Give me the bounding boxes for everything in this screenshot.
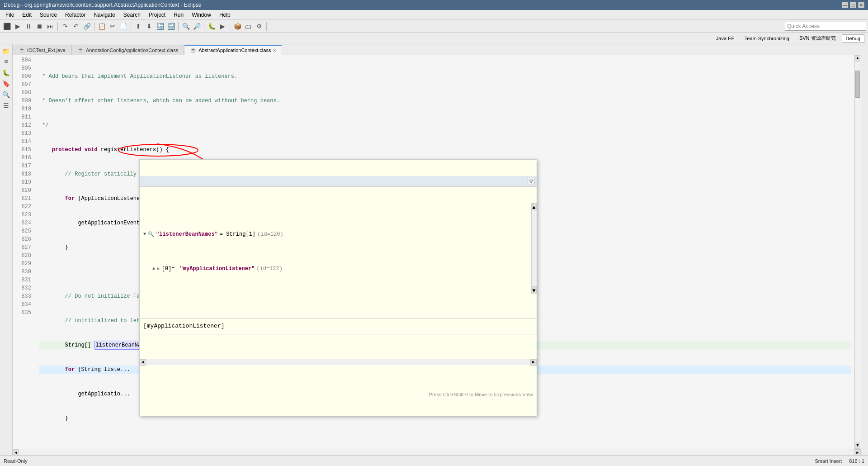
persp-svn[interactable]: SVN 资源库研究 [795,33,840,43]
menu-window[interactable]: Window [188,11,215,19]
menu-search[interactable]: Search [120,11,144,19]
toolbar-btn-12[interactable]: ⬆ [133,21,143,31]
toolbar-btn-6[interactable]: ↷ [60,21,70,31]
minimize-button[interactable]: — [842,2,848,8]
code-content[interactable]: * Add beans that implement ApplicationLi… [35,55,854,449]
tooltip-value-text: [myApplicationListener] [143,322,224,330]
quick-access-box[interactable]: Quick Access [785,22,866,31]
scrollbar-up-btn[interactable]: ▲ [532,203,537,210]
menu-help[interactable]: Help [216,11,234,19]
toolbar-sep-3 [131,22,131,31]
toolbar-btn-15[interactable]: 🔜 [166,21,176,31]
toolbar-btn-21[interactable]: 🗃 [243,21,253,31]
line-numbers: 804 805 806 807 808 809 810 811 812 813 … [13,55,35,449]
menu-file[interactable]: File [2,11,18,19]
tooltip-footer-hint: Press Ctrl+Shift+I to Move to Expression… [429,390,533,399]
toolbar-btn-13[interactable]: ⬇ [144,21,154,31]
tab-label-ioctest: IOCTest_Ext.java [27,48,66,53]
vscroll-thumb[interactable] [855,71,860,98]
toolbar-btn-18[interactable]: 🐛 [207,21,217,31]
toolbar-btn-8[interactable]: 🔗 [82,21,92,31]
menu-project[interactable]: Project [145,11,169,19]
scrollbar-down-btn[interactable]: ▼ [532,286,537,294]
menu-navigate[interactable]: Navigate [90,11,118,19]
eq-sign-1: = String[1] [220,230,255,238]
toolbar-btn-3[interactable]: ⏸ [24,21,33,31]
toolbar-btn-20[interactable]: 📦 [232,21,242,31]
var-name-1: "listenerBeanNames" [156,230,218,238]
quick-access-placeholder: Quick Access [787,23,820,29]
titlebar-title: Debug - org.springframework.context.supp… [4,2,202,8]
toolbar-sep-4 [178,22,179,31]
right-sidebar [861,44,868,455]
tab-label-annotation: AnnotationConfigApplicationContext.class [86,48,178,53]
expand-icon-2[interactable]: ▲ [152,265,155,273]
tooltip-value-bar: [myApplicationListener] [140,318,537,334]
toolbar-btn-11[interactable]: 📄 [118,21,128,31]
hscroll-left-btn[interactable]: ◀ [140,359,146,366]
toolbar-sep-1 [57,22,58,31]
vscroll-up-btn[interactable]: ▲ [855,55,860,62]
menu-edit[interactable]: Edit [19,11,35,19]
hscroll-editor-right[interactable]: ▶ [854,449,861,455]
editor-vscrollbar[interactable]: ▲ ▼ [854,55,861,449]
vscroll-track [855,62,861,442]
toolbar-btn-5[interactable]: ⏭ [45,21,55,31]
maximize-button[interactable]: □ [850,2,856,8]
sidebar-icon-bookmark[interactable]: 🔖 [1,79,11,89]
menu-run[interactable]: Run [170,11,187,19]
editor-hscrollbar[interactable]: ◀ ▶ [13,449,861,455]
hscroll-editor-left[interactable]: ◀ [13,449,19,455]
code-editor: 804 805 806 807 808 809 810 811 812 813 … [13,55,861,449]
sidebar-icon-outline[interactable]: ≡ [1,57,11,67]
var-id-1: (id=120) [257,230,283,238]
tooltip-scrollbar[interactable]: ▲ ▼ [531,203,537,294]
tooltip-hscrollbar[interactable]: ◀ ▶ [140,359,537,365]
persp-debug[interactable]: Debug [842,34,864,43]
search-icon-1: 🔍 [148,230,154,238]
var-value-2: "myApplicationListener" [180,265,255,273]
toolbar-btn-19[interactable]: ▶ [217,21,227,31]
toolbar-btn-16[interactable]: 🔍 [181,21,191,31]
sidebar-icon-list[interactable]: ☰ [1,100,11,110]
menu-source[interactable]: Source [36,11,61,19]
hscroll-right-btn[interactable]: ▶ [530,359,537,366]
toolbar-btn-2[interactable]: ▶ [13,21,23,31]
window-controls: — □ ✕ [842,2,864,8]
perspbar: Java EE Team Synchronizing SVN 资源库研究 Deb… [0,33,868,44]
toolbar-btn-10[interactable]: ✂ [108,21,118,31]
tab-close-abstract[interactable]: ✕ [273,48,276,53]
toolbar-btn-7[interactable]: ↶ [71,21,81,31]
toolbar-btn-17[interactable]: 🔎 [192,21,202,31]
toolbar-btn-4[interactable]: ⏹ [34,21,44,31]
status-insert-mode: Smart Insert [815,458,842,464]
tooltip-tree-row1: ▼ 🔍 "listenerBeanNames" = String[1] (id=… [143,229,528,239]
close-button[interactable]: ✕ [858,2,864,8]
status-position: 816 : 1 [849,458,864,464]
toolbar-btn-9[interactable]: 📋 [97,21,107,31]
menu-refactor[interactable]: Refactor [61,11,89,19]
tab-abstract[interactable]: ☕ AbstractApplicationContext.class ✕ [184,45,282,55]
sidebar-icon-debug[interactable]: 🐛 [1,68,11,78]
tooltip-tree-row2: ▲ ▶ [0]= "myApplicationListener" (id=122… [143,264,528,274]
editor-area: ☕ IOCTest_Ext.java ☕ AnnotationConfigApp… [13,44,861,455]
toolbar-btn-22[interactable]: ⚙ [254,21,264,31]
expand-icon-1[interactable]: ▼ [143,230,146,238]
toolbar-sep-7 [266,22,267,31]
tab-label-abstract: AbstractApplicationContext.class [198,48,271,53]
toolbar-btn-14[interactable]: 🔙 [155,21,165,31]
persp-team-sync[interactable]: Team Synchronizing [741,34,793,43]
left-sidebar: 📁 ≡ 🐛 🔖 🔍 ☰ [0,44,13,455]
persp-javaee[interactable]: Java EE [712,34,739,43]
tooltip-footer: Press Ctrl+Shift+I to Move to Expression… [140,390,537,399]
toolbar-btn-1[interactable]: ⬛ [2,21,12,31]
tab-ioctest[interactable]: ☕ IOCTest_Ext.java [13,45,71,55]
statusbar: Read-Only Smart Insert 816 : 1 [0,455,868,466]
sidebar-icon-package[interactable]: 📁 [1,46,11,56]
tab-annotation[interactable]: ☕ AnnotationConfigApplicationContext.cla… [71,45,184,55]
sidebar-icon-search2[interactable]: 🔍 [1,90,11,100]
tooltip-collapse-btn[interactable]: ▽ [528,178,535,185]
vscroll-down-btn[interactable]: ▼ [855,442,860,449]
code-line-806: */ [39,121,851,129]
toolbar-sep-6 [230,22,230,31]
